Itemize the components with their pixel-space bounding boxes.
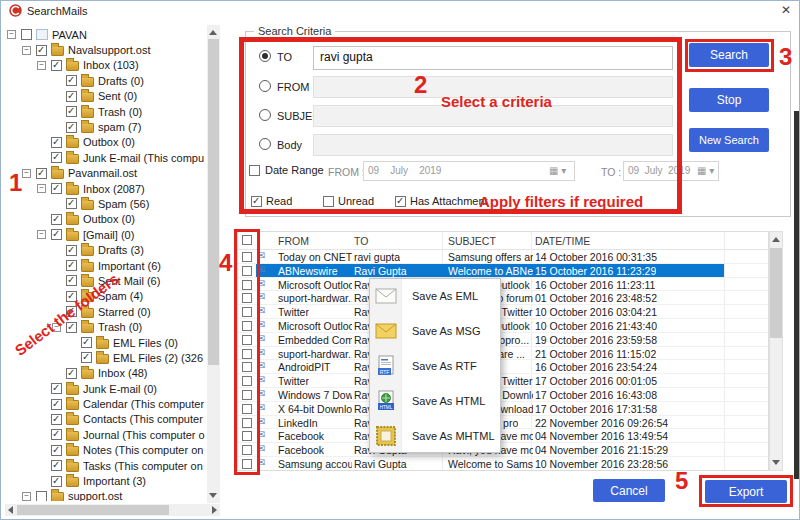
export-button[interactable]: Export: [705, 480, 787, 503]
folder-checkbox[interactable]: [51, 414, 62, 425]
folder-checkbox[interactable]: [51, 476, 62, 487]
row-checkbox[interactable]: [242, 335, 252, 345]
tree-item[interactable]: Junk E-mail (0): [5, 381, 207, 396]
scroll-down-icon[interactable]: [209, 493, 217, 498]
stop-button[interactable]: Stop: [689, 88, 769, 112]
table-vscroll-thumb[interactable]: [770, 248, 782, 338]
row-checkbox[interactable]: [242, 321, 252, 331]
criteria-radio-subject[interactable]: [259, 109, 271, 121]
folder-checkbox[interactable]: [66, 275, 77, 286]
tree-item[interactable]: −support.ost: [5, 489, 207, 501]
folder-checkbox[interactable]: [51, 137, 62, 148]
tree-item[interactable]: Junk E-mail (This compu: [5, 150, 207, 165]
folder-checkbox[interactable]: [51, 60, 62, 71]
table-row[interactable]: ✉ABNewswireRavi GuptaWelcome to ABNew15 …: [238, 264, 768, 278]
tree-item[interactable]: Sent (0): [5, 89, 207, 104]
folder-checkbox[interactable]: [66, 122, 77, 133]
filter-checkbox-unread[interactable]: [323, 196, 334, 207]
folder-checkbox[interactable]: [51, 183, 62, 194]
folder-checkbox[interactable]: [36, 45, 47, 56]
expander-icon[interactable]: −: [22, 46, 31, 55]
table-row[interactable]: ✉Windows 7 Dow...Ravi GuptaWindows 7 Dow…: [238, 388, 768, 402]
folder-checkbox[interactable]: [81, 352, 92, 363]
calendar-dropdown-icon[interactable]: ▦ ▾: [697, 165, 714, 176]
row-checkbox[interactable]: [242, 280, 252, 290]
table-row[interactable]: ✉X 64-bit DownloadRavi GuptaX 64-bit Dow…: [238, 402, 768, 416]
row-checkbox[interactable]: [242, 445, 252, 455]
scroll-left-icon[interactable]: [8, 506, 13, 514]
folder-checkbox[interactable]: [66, 245, 77, 256]
table-row[interactable]: ✉FacebookRavi GuptaRavi, you have more..…: [238, 443, 768, 457]
date-range-checkbox[interactable]: [249, 165, 260, 176]
expander-icon[interactable]: −: [7, 30, 16, 39]
tree-item[interactable]: −Pavanmail.ost: [5, 166, 207, 181]
tree-item[interactable]: Trash (0): [5, 104, 207, 119]
tree-hscroll-thumb[interactable]: [17, 505, 169, 515]
tree-item[interactable]: Contacts (This computer: [5, 412, 207, 427]
row-checkbox[interactable]: [242, 252, 252, 262]
tree-horizontal-scrollbar[interactable]: [5, 504, 220, 516]
new-search-button[interactable]: New Search: [689, 128, 769, 152]
tree-item[interactable]: Drafts (0): [5, 73, 207, 88]
expander-icon[interactable]: −: [37, 61, 46, 70]
criteria-input-to[interactable]: ravi gupta: [313, 46, 673, 70]
tree-item[interactable]: Inbox (48): [5, 366, 207, 381]
cancel-button[interactable]: Cancel: [593, 479, 665, 502]
scroll-right-icon[interactable]: [212, 506, 217, 514]
folder-checkbox[interactable]: [51, 152, 62, 163]
scroll-up-icon[interactable]: [209, 30, 217, 35]
folder-checkbox[interactable]: [81, 337, 92, 348]
folder-checkbox[interactable]: [66, 198, 77, 209]
folder-checkbox[interactable]: [66, 91, 77, 102]
table-row[interactable]: ✉suport-hardwar...Ravi GuptaNew Software…: [238, 347, 768, 361]
close-icon[interactable]: ✕: [781, 3, 791, 17]
folder-checkbox[interactable]: [66, 368, 77, 379]
table-row[interactable]: ✉AndroidPITRavi GuptaAndroid16 October 2…: [238, 360, 768, 374]
row-checkbox[interactable]: [242, 431, 252, 441]
menu-item-save-as-mhtml[interactable]: Save As MHTML: [370, 419, 500, 454]
criteria-input-body[interactable]: [313, 134, 673, 156]
tree-vscroll-thumb[interactable]: [208, 39, 219, 365]
folder-checkbox[interactable]: [51, 445, 62, 456]
tree-item[interactable]: −Inbox (2087): [5, 181, 207, 196]
row-checkbox[interactable]: [242, 376, 252, 386]
folder-checkbox[interactable]: [51, 399, 62, 410]
folder-checkbox[interactable]: [66, 260, 77, 271]
table-row[interactable]: ✉Microsoft OutlookRavi GuptaMicrosoft Ou…: [238, 319, 768, 333]
folder-checkbox[interactable]: [51, 229, 62, 240]
column-header-datetime[interactable]: DATE/TIME: [535, 235, 590, 247]
tree-item[interactable]: Important (3): [5, 473, 207, 488]
tree-item[interactable]: Notes (This computer on: [5, 443, 207, 458]
tree-item[interactable]: spam (7): [5, 119, 207, 134]
date-from-field[interactable]: 09 July 2019: [363, 161, 575, 181]
tree-item[interactable]: Drafts (3): [5, 242, 207, 257]
criteria-radio-to[interactable]: [259, 50, 271, 62]
tree-item[interactable]: Outbox (0): [5, 135, 207, 150]
table-row[interactable]: ✉LinkedInRavi GuptaYou have 2 pro22 Nove…: [238, 416, 768, 430]
table-row[interactable]: ✉FacebookRavi GuptaRavi, you have more..…: [238, 429, 768, 443]
row-checkbox[interactable]: [242, 404, 252, 414]
menu-item-save-as-rtf[interactable]: RTFSave As RTF: [370, 349, 500, 384]
folder-checkbox[interactable]: [51, 383, 62, 394]
menu-item-save-as-html[interactable]: HTMLSave As HTML: [370, 384, 500, 419]
row-checkbox[interactable]: [242, 349, 252, 359]
row-checkbox[interactable]: [242, 390, 252, 400]
tree-item[interactable]: −[Gmail] (0): [5, 227, 207, 242]
scroll-down-icon[interactable]: [772, 460, 780, 465]
calendar-dropdown-icon[interactable]: ▦ ▾: [549, 165, 566, 176]
table-row[interactable]: ✉Embedded Com...Ravi GuptaLetter for App…: [238, 333, 768, 347]
tree-item[interactable]: −Navalsupport.ost: [5, 42, 207, 57]
menu-item-save-as-eml[interactable]: Save As EML: [370, 279, 500, 314]
column-header-to[interactable]: TO: [354, 235, 368, 247]
table-row[interactable]: ✉TwitterRavi GuptaPopular on Twitter ...…: [238, 305, 768, 319]
column-header-subject[interactable]: SUBJECT: [448, 235, 496, 247]
search-button[interactable]: Search: [689, 43, 769, 67]
tree-item[interactable]: Important (6): [5, 258, 207, 273]
tree-item[interactable]: Calendar (This computer: [5, 396, 207, 411]
expander-icon[interactable]: −: [37, 230, 46, 239]
folder-checkbox[interactable]: [66, 75, 77, 86]
folder-checkbox[interactable]: [36, 168, 47, 179]
column-header-from[interactable]: FROM: [278, 235, 309, 247]
row-checkbox[interactable]: [242, 307, 252, 317]
tree-item[interactable]: Tasks (This computer on: [5, 458, 207, 473]
